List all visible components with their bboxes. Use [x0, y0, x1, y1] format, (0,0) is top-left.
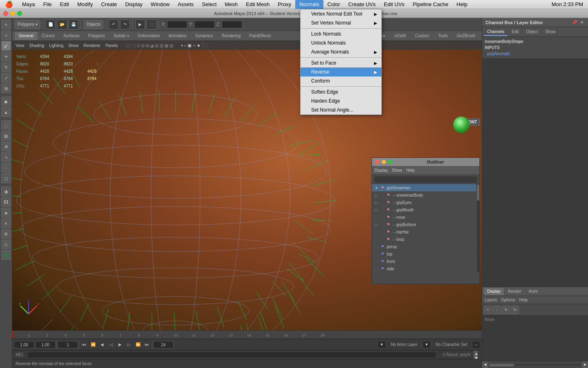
layer-edit-btn[interactable]: ✎	[502, 306, 510, 314]
expand-grpsnowman[interactable]: ▼	[374, 186, 379, 190]
soft-mod-tool[interactable]: ◉	[1, 96, 11, 106]
tool-settings[interactable]: ⚙	[1, 229, 11, 239]
expand-front[interactable]: ▷	[374, 259, 379, 264]
tree-item-grpeyes[interactable]: ▷ ⚑ — grpEyes	[372, 199, 476, 206]
end-frame-input[interactable]: 24	[153, 341, 174, 348]
snap-grid[interactable]: ⊞	[1, 141, 11, 151]
rbt-anim[interactable]: Anim	[526, 288, 541, 295]
menu-assets[interactable]: Assets	[174, 0, 198, 9]
right-panel-close-btn[interactable]: ✕	[579, 20, 585, 25]
nm-set-to-face[interactable]: Set to Face ▶	[301, 58, 381, 67]
nm-soften-edge[interactable]: Soften Edge	[301, 88, 381, 96]
tab-gozbrush[interactable]: GoZBrush	[452, 32, 479, 40]
nm-harden-edge[interactable]: Harden Edge	[301, 96, 381, 105]
timeline[interactable]: 2 3 4 5 6 7 8 9 10 11 12 13 14 15 16 17	[12, 330, 482, 339]
expand-persp[interactable]: ▷	[374, 245, 379, 249]
outliner-scroll-thumb[interactable]	[477, 184, 479, 201]
rpt-channels[interactable]: Channels	[484, 28, 508, 36]
layer-new-btn[interactable]: +	[484, 306, 492, 314]
tab-surfaces[interactable]: Surfaces	[59, 32, 83, 40]
vp-menu-lighting[interactable]: Lighting	[49, 43, 63, 48]
om-help[interactable]: Help	[406, 168, 415, 173]
show-manip-tool[interactable]: ▲	[1, 107, 11, 117]
nm-vertex-normal-edit-tool[interactable]: Vertex Normal Edit Tool ▶	[301, 9, 381, 18]
attribute-editor[interactable]: ≡	[1, 218, 11, 228]
tab-ncloth[interactable]: nCloth	[390, 32, 410, 40]
nm-lock-normals[interactable]: Lock Normals	[301, 29, 381, 38]
file-save-icon[interactable]: 💾	[69, 20, 78, 29]
play-back-btn[interactable]: ◁	[107, 341, 115, 348]
input-item[interactable]: polyNormal1	[482, 51, 588, 57]
menu-file[interactable]: File	[39, 0, 56, 9]
z-input[interactable]	[222, 21, 242, 28]
move-tool[interactable]: ✛	[1, 52, 11, 61]
tab-curves[interactable]: Curves	[38, 32, 59, 40]
outliner-scrollbar[interactable]	[476, 184, 479, 272]
tab-subdivs[interactable]: Subdiv s	[109, 32, 133, 40]
tree-item-grpmouth[interactable]: ▷ ⚑ — grpMouth	[372, 206, 476, 213]
nm-reverse[interactable]: Reverse ▶	[301, 67, 381, 76]
menu-color[interactable]: Color	[323, 0, 344, 9]
y-input[interactable]	[194, 21, 215, 28]
rbtm-layers[interactable]: Layers	[485, 298, 497, 302]
file-new-icon[interactable]: 📄	[46, 20, 56, 29]
mel-scroll-up[interactable]: ▲	[474, 351, 478, 355]
outliner-search-input[interactable]	[374, 176, 478, 183]
tree-item-front[interactable]: ▷ ⚑ front	[372, 258, 476, 265]
prev-key-btn[interactable]: ◀	[98, 341, 106, 348]
apple-menu[interactable]: 🍎	[0, 0, 18, 8]
current-frame-field[interactable]: 1	[58, 341, 78, 348]
menu-edituvs[interactable]: Edit UVs	[380, 0, 409, 9]
vp-menu-show[interactable]: Show	[68, 43, 78, 48]
menu-select[interactable]: Select	[198, 0, 220, 9]
right-bottom-scrollbar[interactable]: ◀ ▶	[482, 361, 588, 368]
go-end-btn[interactable]: ⏭	[143, 341, 151, 348]
char-set-arrow-btn[interactable]: →	[472, 341, 480, 348]
menu-mesh[interactable]: Mesh	[221, 0, 242, 9]
redo-icon[interactable]: ↷	[120, 20, 130, 29]
rbt-render[interactable]: Render	[505, 288, 525, 295]
tab-general[interactable]: General	[15, 32, 38, 40]
vp-menu-shading[interactable]: Shading	[29, 43, 45, 48]
rbt-display[interactable]: Display	[484, 288, 504, 295]
lasso-tool[interactable]: ⊹	[1, 30, 11, 40]
render-icon[interactable]: ▶	[135, 20, 145, 29]
go-start-btn[interactable]: ⏮	[80, 341, 88, 348]
char-set-down-btn[interactable]: ▾	[423, 341, 431, 348]
tab-dynamics[interactable]: Dynamics	[191, 32, 217, 40]
rbtm-options[interactable]: Options	[501, 298, 515, 302]
prev-frame-btn[interactable]: ⏪	[89, 341, 97, 348]
menu-maya[interactable]: Maya	[18, 0, 39, 9]
menu-editmesh[interactable]: Edit Mesh	[242, 0, 274, 9]
menu-createuvs[interactable]: Create UVs	[344, 0, 380, 9]
menu-normals[interactable]: Normals	[295, 0, 323, 9]
tree-item-grpbuttons[interactable]: ▷ ⚑ — grpButtons	[372, 221, 476, 228]
minimize-button[interactable]	[10, 11, 15, 16]
tree-item-snowmanbody[interactable]: ▷ ⚑ — snowmanBody	[372, 191, 476, 199]
tree-item-top[interactable]: ▷ ⚑ top	[372, 250, 476, 258]
expand-nose[interactable]: ▷	[374, 215, 379, 220]
tab-tools[interactable]: Tools	[434, 32, 452, 40]
scroll-right-btn[interactable]: ▶	[582, 362, 588, 368]
node-editor[interactable]: ⬡	[1, 240, 11, 249]
layer-delete-btn[interactable]: -	[493, 306, 501, 314]
expand-grpmouth[interactable]: ▷	[374, 208, 379, 212]
scroll-left-btn[interactable]: ◀	[482, 362, 488, 368]
rpt-object[interactable]: Object	[523, 28, 541, 36]
tab-deformation[interactable]: Deformation	[134, 32, 164, 40]
tree-item-persp[interactable]: ▷ ⚑ persp	[372, 243, 476, 250]
tree-item-grpsnowman[interactable]: ▼ ⚑ grpSnowman	[372, 184, 476, 191]
scroll-thumb[interactable]	[490, 364, 514, 366]
start-frame-input[interactable]: 1.00	[14, 341, 34, 348]
expand-loop[interactable]: ▷	[374, 237, 379, 242]
nm-conform[interactable]: Conform	[301, 76, 381, 85]
render-region-icon[interactable]: ⬛	[147, 20, 156, 29]
expand-side[interactable]: ▷	[374, 267, 379, 271]
mel-scroll[interactable]: ▲ ▼	[474, 350, 479, 359]
menu-proxy[interactable]: Proxy	[274, 0, 295, 9]
rbtm-help[interactable]: Help	[519, 298, 528, 302]
tree-item-loop[interactable]: ▷ ⚑ — loop	[372, 236, 476, 243]
snap-surface[interactable]: ◻	[1, 173, 11, 183]
outliner-btn[interactable]: 🌲	[1, 250, 11, 260]
layer-refresh-btn[interactable]: ↻	[511, 306, 519, 314]
